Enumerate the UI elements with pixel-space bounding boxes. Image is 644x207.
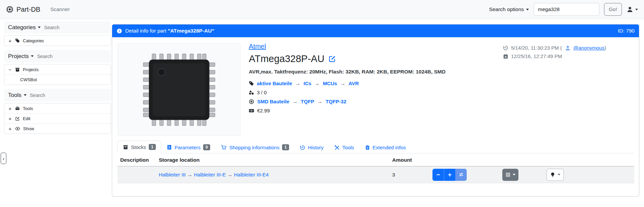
category-link[interactable]: AVR: [349, 81, 359, 86]
box-icon: [15, 67, 20, 72]
stock-summary-row: 3 / 0: [249, 88, 446, 97]
part-id: ID: 790: [618, 28, 635, 34]
user-link[interactable]: @anonymous: [573, 45, 605, 51]
tools-dropdown[interactable]: Tools: [8, 92, 27, 99]
arrow-right-icon: →: [292, 99, 298, 105]
history-icon: [503, 45, 508, 51]
cart-icon: [221, 145, 227, 150]
search-input[interactable]: [534, 3, 599, 16]
categories-dropdown[interactable]: Categories: [8, 24, 41, 31]
tab-history[interactable]: History: [294, 141, 329, 153]
chip-graphic: [141, 52, 217, 127]
tab-badge: 0: [203, 144, 210, 150]
categories-search-input[interactable]: [44, 25, 88, 30]
tree-item-tools[interactable]: + Tools: [4, 103, 110, 113]
part-image[interactable]: [118, 43, 240, 136]
projects-search-input[interactable]: [37, 54, 81, 59]
price-row: €2.99: [249, 106, 446, 115]
chevron-down-icon: [31, 55, 34, 57]
tree-item-label: Categories: [23, 38, 44, 43]
user-icon: [627, 6, 633, 13]
category-link[interactable]: ICs: [304, 81, 311, 86]
part-detail-header: Detail info for part "ATmega328P-AU" ID:…: [112, 24, 639, 37]
tab-badge: 1: [282, 144, 289, 150]
arrow-right-icon: →: [317, 99, 323, 105]
storage-location-link[interactable]: Halbleiter III: [159, 172, 186, 177]
tab-parameters[interactable]: Parameters 0: [161, 141, 216, 153]
part-description: AVR,max. Taktfrequenz: 20MHz, Flash: 32K…: [249, 69, 446, 75]
expand-toggle[interactable]: +: [8, 106, 12, 111]
chevron-down-icon: [513, 174, 515, 175]
pencil-square-icon: [15, 116, 20, 121]
last-modified: 5/14/20, 11:30:23 PM (: [511, 45, 562, 51]
storage-location-breadcrumb: Halbleiter III → Halbleiter III-E → Halb…: [156, 166, 389, 183]
search-options-dropdown[interactable]: Search options: [489, 6, 529, 12]
chevron-down-icon: [526, 9, 529, 10]
sidebar: Categories + Categories Projects: [4, 21, 111, 138]
led-locate-dropdown-button[interactable]: [547, 169, 564, 181]
sidebar-panel-projects: Projects − Projects CWSBot: [4, 50, 111, 85]
expand-toggle[interactable]: +: [8, 116, 12, 121]
storage-location-link[interactable]: Halbleiter III-E4: [234, 172, 269, 177]
arrow-right-icon: →: [314, 81, 320, 87]
category-breadcrumb: aktive Bauteile → ICs → MCUs → AVR: [249, 79, 446, 88]
edit-part-icon[interactable]: [328, 55, 336, 63]
top-navbar: Part-DB Scanner Search options Go!: [0, 0, 644, 19]
calendar-plus-icon: [503, 54, 508, 59]
eye-icon: [15, 126, 20, 131]
user-menu-dropdown[interactable]: [627, 6, 638, 13]
withdraw-button[interactable]: −: [432, 169, 444, 181]
money-icon: [249, 108, 254, 113]
tree-item-categories[interactable]: + Categories: [4, 36, 110, 46]
info-icon: [117, 28, 122, 34]
history-icon: [300, 145, 305, 150]
go-button[interactable]: Go!: [604, 3, 622, 16]
footprint-link[interactable]: TQFP-32: [326, 99, 347, 104]
tree-item-cwsbot[interactable]: CWSBot: [4, 74, 110, 85]
category-link[interactable]: aktive Bauteile: [257, 81, 292, 86]
projects-dropdown[interactable]: Projects: [8, 53, 34, 60]
book-icon: [167, 145, 172, 150]
tab-extended-infos[interactable]: Extended infos: [360, 141, 411, 153]
storage-location-link[interactable]: Halbleiter III-E: [194, 172, 226, 177]
move-stock-button[interactable]: [455, 169, 467, 181]
tree-item-label: Projects: [23, 67, 39, 72]
category-link[interactable]: MCUs: [323, 81, 337, 86]
stock-description: [118, 166, 156, 183]
expand-toggle[interactable]: +: [8, 126, 12, 132]
footprint-link[interactable]: TQFP: [301, 99, 314, 104]
tab-shopping-informations[interactable]: Shopping informations 1: [216, 141, 294, 153]
expand-toggle[interactable]: +: [8, 38, 12, 44]
sidebar-panel-categories: Categories + Categories: [4, 21, 111, 46]
tree-item-projects[interactable]: − Projects: [4, 64, 110, 74]
arrow-right-icon: →: [340, 81, 346, 87]
manufacturer-link[interactable]: Atmel: [249, 43, 266, 50]
wrench-screwdriver-icon: [334, 145, 340, 150]
tab-stocks[interactable]: Stocks 1: [118, 141, 161, 153]
sidebar-panel-tools: Tools + Tools + Edit +: [4, 89, 111, 134]
col-description: Description: [118, 154, 156, 166]
chip-icon: [249, 99, 254, 104]
tree-item-edit[interactable]: + Edit: [4, 113, 110, 123]
created-date: 12/25/16, 12:27:49 PM: [511, 53, 562, 59]
user-avatar-icon: [565, 45, 571, 51]
collapse-toggle[interactable]: −: [8, 67, 12, 72]
chevron-down-icon: [558, 174, 560, 175]
tree-item-show[interactable]: + Show: [4, 123, 110, 134]
price-value: €2.99: [257, 108, 270, 113]
chevron-left-icon: ‹: [3, 156, 4, 161]
tools-search-input[interactable]: [30, 93, 74, 98]
chevron-down-icon: [635, 9, 638, 10]
arrow-right-icon: →: [295, 81, 301, 87]
brand[interactable]: Part-DB: [6, 6, 40, 13]
sidebar-collapse-button[interactable]: ‹: [1, 153, 6, 164]
tab-tools[interactable]: Tools: [329, 141, 360, 153]
add-stock-button[interactable]: +: [444, 169, 455, 181]
label-dropdown-button[interactable]: [502, 169, 518, 181]
part-name: ATmega328P-AU: [249, 53, 324, 64]
nav-item-scanner[interactable]: Scanner: [50, 6, 70, 12]
footprint-link[interactable]: SMD Bauteile: [257, 99, 289, 104]
tree-item-label: CWSBot: [20, 77, 37, 82]
shapes-icon: [249, 90, 254, 95]
stock-table: Description Storage location Amount Halb…: [118, 154, 634, 183]
